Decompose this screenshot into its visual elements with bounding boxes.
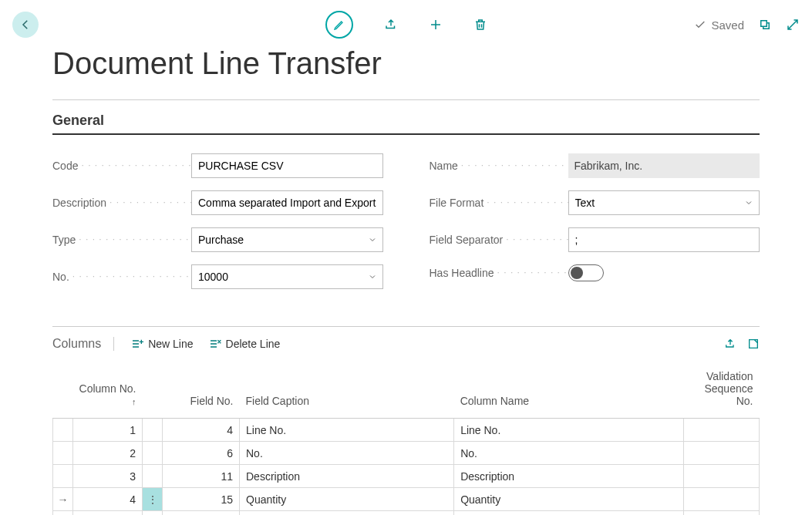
arrow-left-icon — [19, 18, 32, 32]
columns-section-title: Columns — [52, 337, 114, 351]
grid-share-button[interactable] — [724, 338, 736, 350]
name-label: Name — [430, 160, 568, 172]
expand-button[interactable] — [786, 18, 800, 32]
col-header-field-caption[interactable]: Field Caption — [240, 365, 454, 419]
cell-field-caption[interactable]: No. — [240, 442, 454, 465]
code-label: Code — [52, 160, 191, 172]
field-separator-label: Field Separator — [430, 234, 568, 246]
delete-line-icon — [209, 338, 221, 349]
cell-field-caption[interactable]: Description — [240, 465, 454, 488]
cell-field-no[interactable]: 6 — [163, 442, 240, 465]
pencil-icon — [333, 19, 345, 31]
plus-icon — [429, 18, 443, 32]
field-separator-input[interactable] — [568, 227, 760, 252]
cell-validation-seq[interactable] — [684, 488, 760, 511]
table-row-empty[interactable] — [53, 511, 760, 516]
new-line-icon — [131, 338, 143, 349]
col-header-column-no[interactable]: Column No. — [79, 382, 136, 395]
edit-button[interactable] — [325, 11, 353, 39]
sort-asc-icon: ↑ — [132, 397, 136, 406]
row-menu[interactable] — [143, 419, 163, 442]
cell-column-no[interactable]: 2 — [73, 442, 143, 465]
table-row[interactable]: 14Line No.Line No. — [53, 419, 760, 442]
cell-column-name[interactable]: Line No. — [454, 419, 684, 442]
general-section-title: General — [52, 113, 760, 135]
cell-column-name[interactable]: Quantity — [454, 488, 684, 511]
table-row[interactable]: 311DescriptionDescription — [53, 465, 760, 488]
popout-button[interactable] — [758, 18, 772, 32]
table-row[interactable]: 26No.No. — [53, 442, 760, 465]
has-headline-label: Has Headline — [430, 267, 568, 279]
row-selector[interactable]: → — [53, 488, 73, 511]
description-input[interactable] — [191, 190, 383, 215]
description-label: Description — [52, 197, 191, 209]
row-menu[interactable] — [143, 442, 163, 465]
table-row[interactable]: →4⋮15QuantityQuantity — [53, 488, 760, 511]
cell-column-no[interactable]: 1 — [73, 419, 143, 442]
delete-line-label: Delete Line — [226, 338, 281, 350]
popout-icon — [758, 18, 772, 32]
row-menu[interactable]: ⋮ — [143, 488, 163, 511]
share-button[interactable] — [384, 18, 398, 32]
cell-column-no[interactable]: 4 — [73, 488, 143, 511]
delete-line-action[interactable]: Delete Line — [201, 335, 288, 353]
share-icon — [724, 338, 736, 350]
expand-icon — [786, 18, 800, 32]
new-button[interactable] — [429, 18, 443, 32]
cell-field-caption[interactable]: Quantity — [240, 488, 454, 511]
back-button[interactable] — [12, 12, 39, 38]
cell-validation-seq[interactable] — [684, 419, 760, 442]
code-input[interactable] — [191, 153, 383, 178]
cell-field-caption[interactable]: Line No. — [240, 419, 454, 442]
trash-icon — [473, 18, 487, 32]
no-label: No. — [52, 271, 191, 283]
file-format-select[interactable] — [568, 190, 760, 215]
row-selector[interactable] — [53, 465, 73, 488]
type-label: Type — [52, 234, 191, 246]
grid-expand-button[interactable] — [747, 338, 760, 350]
cell-field-no[interactable]: 15 — [163, 488, 240, 511]
col-header-column-name[interactable]: Column Name — [454, 365, 684, 419]
type-select[interactable] — [191, 227, 383, 252]
cell-column-name[interactable]: Description — [454, 465, 684, 488]
new-line-label: New Line — [148, 338, 193, 350]
maximize-icon — [747, 338, 760, 350]
divider — [52, 99, 760, 100]
columns-table: Column No. ↑ Field No. Field Caption Col… — [52, 365, 760, 515]
col-header-validation-seq[interactable]: Validation Sequence No. — [684, 365, 760, 419]
cell-column-name[interactable]: No. — [454, 442, 684, 465]
share-icon — [384, 18, 398, 32]
cell-field-no[interactable]: 11 — [163, 465, 240, 488]
arrow-right-icon: → — [58, 493, 69, 506]
col-header-field-no[interactable]: Field No. — [163, 365, 240, 419]
row-menu[interactable] — [143, 465, 163, 488]
saved-label: Saved — [711, 19, 744, 32]
file-format-label: File Format — [430, 197, 568, 209]
no-select[interactable] — [191, 264, 383, 289]
name-value: Fabrikam, Inc. — [568, 153, 760, 178]
cell-validation-seq[interactable] — [684, 442, 760, 465]
row-selector[interactable] — [53, 419, 73, 442]
has-headline-toggle[interactable] — [568, 264, 604, 281]
saved-indicator: Saved — [694, 19, 744, 32]
toggle-knob — [571, 267, 583, 279]
more-vertical-icon[interactable]: ⋮ — [147, 493, 158, 506]
page-title: Document Line Transfer — [52, 46, 760, 84]
row-selector[interactable] — [53, 442, 73, 465]
cell-validation-seq[interactable] — [684, 465, 760, 488]
new-line-action[interactable]: New Line — [123, 335, 200, 353]
cell-column-no[interactable]: 3 — [73, 465, 143, 488]
delete-button[interactable] — [473, 18, 487, 32]
cell-field-no[interactable]: 4 — [163, 419, 240, 442]
check-icon — [694, 19, 706, 31]
